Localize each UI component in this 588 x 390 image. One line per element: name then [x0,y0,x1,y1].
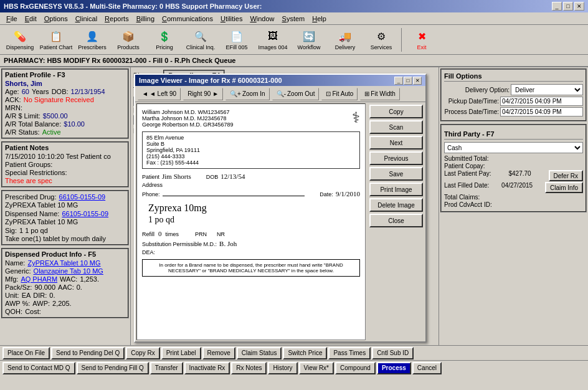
history-button[interactable]: History [268,362,297,374]
view-rx-button[interactable]: View Rx* [299,362,334,374]
pass-times-button[interactable]: Pass Times [328,347,371,359]
zoom-in-icon: 🔍+ [230,90,241,97]
cancel-button[interactable]: Cancel [412,362,442,374]
fill-options-section: Fill Options Delivery Option: Deliver Pi… [440,69,587,121]
pharmacy-bar-text: PHARMACY: HBS MODIFY Rx 60000321-000 - F… [4,57,235,64]
toolbar-prescribers[interactable]: 👤 Prescribers [75,26,110,54]
rx-patient-line: Patient Jim Shorts DOB 12/13/54 [142,173,360,180]
toolbar-dispensing[interactable]: 💊 Dispensing [2,26,37,54]
dialog-title-buttons[interactable]: _ □ ✕ [394,77,422,85]
claim-status-button[interactable]: Claim Status [237,347,282,359]
toolbar-exit[interactable]: ✖ Exit [404,26,439,54]
menu-clinical[interactable]: Clinical [72,14,101,24]
process-date-input[interactable] [500,107,583,117]
app-title: HBS RxGENESYS V8.5.3 - Multi-Site Pharma… [4,2,262,10]
dispensed-name-value: ZyPREXA Tablet 10 MG [5,218,125,226]
ar-balance-value: $10.00 [64,120,85,128]
cntl-sub-id-button[interactable]: Cntl Sub ID [372,347,414,359]
menu-utilities[interactable]: Utilities [217,14,246,24]
dp-wac-value: 1,253. [80,275,99,283]
toolbar-products[interactable]: 📦 Products [111,26,146,54]
toolbar-clinical-inq[interactable]: 🔍 Clinical Inq. [183,26,218,54]
special-restrictions-label: Special Restrictions: [5,169,125,176]
fit-width-button[interactable]: ⊞ Fit Width [360,88,399,100]
menu-communications[interactable]: Communications [158,14,217,24]
dialog-maximize-button[interactable]: □ [404,77,412,85]
dialog-minimize-button[interactable]: _ [394,77,403,85]
rx-dea-label: DEA: [142,249,155,255]
third-party-select[interactable]: Cash [444,142,583,153]
dialog-close-button[interactable]: ✕ [413,77,422,85]
total-claims-label: Total Claims: [444,194,480,201]
print-image-button[interactable]: Print Image [369,183,423,196]
place-on-file-button[interactable]: Place On File [2,347,50,359]
close-button[interactable]: ✕ [574,2,584,11]
delete-image-button[interactable]: Delete Image [369,198,423,212]
process-button[interactable]: Process [377,362,411,374]
dp-generic-row: Generic: Olanzapine Tab 10 MG [5,267,125,275]
maximize-button[interactable]: □ [563,2,573,11]
menu-help[interactable]: Help [308,14,330,24]
toolbar-workflow[interactable]: 🔄 Workflow [292,26,326,54]
switch-price-button[interactable]: Switch Price [283,347,327,359]
copy-button[interactable]: Copy [369,105,423,118]
rx-notes-button[interactable]: Rx Notes [231,362,267,374]
ar-limit-label: A/R $ Limit: [5,112,40,120]
dp-unit-value: EA [22,292,31,299]
toolbar-images[interactable]: 🖼 Images 004 [255,26,290,54]
delivery-option-select[interactable]: Deliver [511,84,583,95]
zoom-out-button[interactable]: 🔍- Zoom Out [272,88,320,100]
save-button[interactable]: Save [369,167,423,181]
menu-reports[interactable]: Reports [101,14,133,24]
menu-system[interactable]: System [278,14,309,24]
patient-name: Shorts, Jim [5,80,125,87]
toolbar-delivery[interactable]: 🚚 Delivery [328,26,363,54]
menu-options[interactable]: Options [40,14,72,24]
dispensed-name-ndc[interactable]: 66105-0155-09 [62,210,108,217]
toolbar-efill[interactable]: 📄 EFill 005 [219,26,254,54]
send-to-pending-fill-button[interactable]: Send to Pending Fill Q [77,362,149,374]
submitted-total-label: Submitted Total: [444,155,489,162]
remove-button[interactable]: Remove [202,347,235,359]
send-to-contact-md-button[interactable]: Send to Contact MD Q [2,362,75,374]
left90-button[interactable]: ◄ ◄ Left 90 [138,88,181,100]
minimize-button[interactable]: _ [552,2,562,11]
menu-billing[interactable]: Billing [133,14,158,24]
claim-info-button[interactable]: Claim Info [545,182,583,193]
patient-copay-label: Patient Copay: [444,163,485,169]
last-patient-pay-label: Last Patient Pay: [444,170,491,181]
zoom-out-icon: 🔍- [277,90,286,97]
products-icon: 📦 [121,29,136,44]
dp-mfg-value[interactable]: AQ PHARM [21,275,57,283]
menu-window[interactable]: Window [246,14,278,24]
fit-auto-button[interactable]: ⊡ Fit Auto [321,88,358,100]
prescribed-drug-ndc[interactable]: 66105-0155-09 [59,193,106,201]
menu-edit[interactable]: Edit [21,14,40,24]
right90-button[interactable]: Right 90 ► [183,88,223,100]
print-label-button[interactable]: Print Label [161,347,201,359]
toolbar-patient-chart[interactable]: 📋 Patient Chart [39,26,74,54]
menu-file[interactable]: File [2,14,21,24]
send-to-pending-del-button[interactable]: Send to Pending Del Q [51,347,125,359]
dp-unit-label: Unit: [5,292,19,299]
inactivate-rx-button[interactable]: Inactivate Rx [184,362,230,374]
pickup-date-input[interactable] [500,97,583,106]
scan-button[interactable]: Scan [369,120,423,134]
dp-name-value[interactable]: ZyPREXA Tablet 10 MG [27,259,100,267]
dp-generic-value[interactable]: Olanzapine Tab 10 MG [34,267,103,275]
title-bar-buttons[interactable]: _ □ ✕ [552,2,584,11]
close-dialog-button[interactable]: Close [369,214,423,227]
previous-button[interactable]: Previous [369,151,423,165]
menu-bar: File Edit Options Clinical Reports Billi… [0,12,588,25]
copy-rx-button[interactable]: Copy Rx [126,347,159,359]
compound-button[interactable]: Compound [335,362,376,374]
zoom-in-button[interactable]: 🔍+ Zoom In [225,88,270,100]
transfer-button[interactable]: Transfer [150,362,183,374]
toolbar-services[interactable]: ⚙ Services [364,26,399,54]
left-panel: Patient Profile - F3 Shorts, Jim Age: 60… [0,67,131,345]
toolbar-pricing[interactable]: 💲 Pricing [147,26,182,54]
defer-rx-button[interactable]: Defer Rx [549,170,583,181]
middle-panel: Diagnose Prescribers - F4 Types: Prescri… [131,67,439,345]
rx-header: ⚕ William Johnson M.D. WM1234567 Martha … [142,109,360,128]
next-button[interactable]: Next [369,136,423,150]
